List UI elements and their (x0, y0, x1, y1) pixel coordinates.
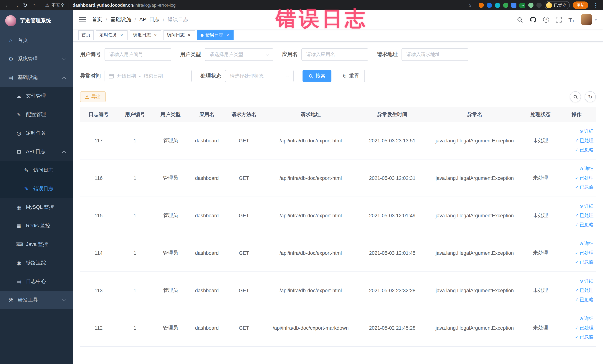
top-navbar: 首页 / 基础设施 / API 日志 / 错误日志 ? (73, 10, 603, 29)
close-icon[interactable]: × (225, 33, 230, 38)
extension-icon[interactable] (487, 3, 492, 8)
search-button[interactable]: 搜索 (302, 70, 331, 82)
detail-link[interactable]: ⊙详细 (559, 239, 593, 248)
detail-link[interactable]: ⊙详细 (559, 314, 593, 323)
table-row: 113 1 管理员 dashboard GET /api/infra/db-do… (80, 272, 596, 309)
date-range-picker[interactable]: 开始日期 - 结束日期 (104, 70, 192, 82)
sidebar-item-redis-monitor[interactable]: ≣ Redis 监控 (0, 217, 73, 235)
column-header: 操作 (557, 107, 596, 122)
security-warning-icon[interactable]: ⚠ (45, 3, 49, 8)
chevron-down-icon (286, 73, 289, 77)
extension-icon[interactable] (536, 3, 542, 8)
extension-icon[interactable] (479, 3, 484, 8)
font-size-icon[interactable]: TT (568, 16, 574, 23)
search-icon (573, 94, 578, 99)
address-bar[interactable]: ⚠ 不安全 dashboard.yudao.iocoder.cn/infra/l… (42, 1, 475, 10)
sidebar-item-file-management[interactable]: ☁ 文件管理 (0, 87, 73, 105)
ignored-link[interactable]: ✓已忽略 (559, 332, 593, 342)
sidebar-item-home[interactable]: ⌂ 首页 (0, 31, 73, 50)
cell-time: 2021-05-03 12:01:45 (359, 234, 426, 272)
browser-back-icon[interactable]: ← (3, 1, 12, 10)
app-logo-area[interactable]: 芋道管理系统 (0, 10, 73, 31)
status-label: 处理状态 (201, 73, 221, 79)
browser-reload-icon[interactable]: ↻ (21, 1, 30, 10)
column-header: 异常发生时间 (359, 107, 426, 122)
sidebar-item-access-log[interactable]: ✎ 访问日志 (0, 161, 73, 179)
refresh-button[interactable]: ↻ (585, 91, 596, 102)
processed-link[interactable]: ✓已处理 (559, 211, 593, 220)
tag-home[interactable]: 首页 (78, 30, 94, 40)
sidebar-item-error-log[interactable]: ✎ 错误日志 (0, 179, 73, 198)
reset-button[interactable]: ↻ 重置 (337, 70, 365, 82)
profile-paused-chip[interactable]: 已暂停 (545, 1, 570, 9)
refresh-icon: ↻ (343, 73, 347, 79)
detail-link[interactable]: ⊙详细 (559, 201, 593, 211)
extension-on-badge[interactable]: on (519, 3, 525, 8)
close-icon[interactable]: × (119, 33, 124, 38)
processed-link[interactable]: ✓已处理 (559, 173, 593, 183)
gear-icon: ⚙ (7, 56, 14, 62)
tag-access-log[interactable]: 访问日志× (163, 30, 195, 40)
tag-error-log[interactable]: 错误日志× (197, 30, 233, 40)
eye-icon: ⊙ (580, 314, 583, 323)
search-icon[interactable] (517, 16, 523, 23)
eye-icon: ⊙ (580, 127, 583, 136)
user-id-input[interactable]: 请输入用户编号 (104, 48, 171, 61)
cell-url: /api/infra/db-doc/export-html (263, 122, 359, 159)
fullscreen-icon[interactable] (556, 17, 562, 23)
breadcrumb-item[interactable]: 首页 (92, 16, 102, 23)
status-select[interactable]: 请选择处理状态 (225, 70, 294, 82)
sidebar-item-log-center[interactable]: ▤ 日志中心 (0, 272, 73, 291)
sidebar-item-infrastructure[interactable]: ▤ 基础设施 (0, 68, 73, 87)
github-icon[interactable] (530, 16, 537, 23)
sidebar-item-trace[interactable]: ◉ 链路追踪 (0, 254, 73, 272)
ignored-link[interactable]: ✓已忽略 (559, 258, 593, 267)
toggle-search-button[interactable] (570, 91, 581, 102)
extension-icon[interactable] (511, 3, 516, 8)
detail-link[interactable]: ⊙详细 (559, 276, 593, 286)
request-url-input[interactable]: 请输入请求地址 (402, 48, 468, 61)
ignored-link[interactable]: ✓已忽略 (559, 220, 593, 229)
cell-log-id: 116 (80, 159, 117, 197)
processed-link[interactable]: ✓已处理 (559, 323, 593, 332)
user-type-select[interactable]: 请选择用户类型 (205, 48, 273, 61)
ignored-link[interactable]: ✓已忽略 (559, 183, 593, 192)
sidebar-item-api-log[interactable]: ⊡ API 日志 (0, 142, 73, 161)
browser-update-button[interactable]: 更新 (573, 1, 588, 9)
cell-url: /api/infra/db-doc/export-html (263, 234, 359, 272)
app-name-input[interactable]: 请输入应用名 (302, 48, 368, 61)
close-icon[interactable]: × (186, 33, 192, 38)
browser-menu-icon[interactable]: ⋮ (591, 1, 600, 10)
config-icon: ✎ (16, 112, 22, 117)
browser-home-icon[interactable]: ⌂ (30, 1, 39, 10)
column-header: 用户编号 (117, 107, 153, 122)
breadcrumb-item: 基础设施 (110, 16, 131, 23)
sidebar-item-config-management[interactable]: ✎ 配置管理 (0, 105, 73, 124)
end-date-placeholder: 结束日期 (144, 73, 163, 79)
sidebar-item-dev-tools[interactable]: ⚒ 研发工具 (0, 291, 73, 309)
sidebar-item-system-management[interactable]: ⚙ 系统管理 (0, 50, 73, 68)
processed-link[interactable]: ✓已处理 (559, 286, 593, 295)
detail-link[interactable]: ⊙详细 (559, 164, 593, 173)
processed-link[interactable]: ✓已处理 (559, 248, 593, 258)
sidebar-toggle-icon[interactable] (79, 19, 86, 20)
bookmark-star-icon[interactable]: ☆ (468, 2, 472, 8)
ignored-link[interactable]: ✓已忽略 (559, 295, 593, 304)
sidebar-item-java-monitor[interactable]: ⌨ Java 监控 (0, 235, 73, 254)
ignored-link[interactable]: ✓已忽略 (559, 145, 593, 154)
processed-link[interactable]: ✓已处理 (559, 136, 593, 145)
help-icon[interactable]: ? (543, 17, 549, 23)
sidebar-item-scheduled-tasks[interactable]: ◷ 定时任务 (0, 124, 73, 142)
sidebar-item-mysql-monitor[interactable]: ▦ MySQL 监控 (0, 198, 73, 217)
tag-schedule-log[interactable]: 调度日志× (130, 30, 161, 40)
extension-icon[interactable] (528, 3, 533, 8)
tag-scheduled-tasks[interactable]: 定时任务× (96, 30, 128, 40)
cell-user-id: 1 (117, 234, 153, 272)
user-menu[interactable] (581, 14, 597, 25)
export-button[interactable]: 导出 (80, 91, 106, 102)
browser-forward-icon[interactable]: → (12, 1, 21, 10)
detail-link[interactable]: ⊙详细 (559, 127, 593, 136)
close-icon[interactable]: × (153, 33, 158, 38)
extension-icon[interactable] (495, 3, 500, 8)
extension-icon[interactable] (503, 3, 508, 8)
